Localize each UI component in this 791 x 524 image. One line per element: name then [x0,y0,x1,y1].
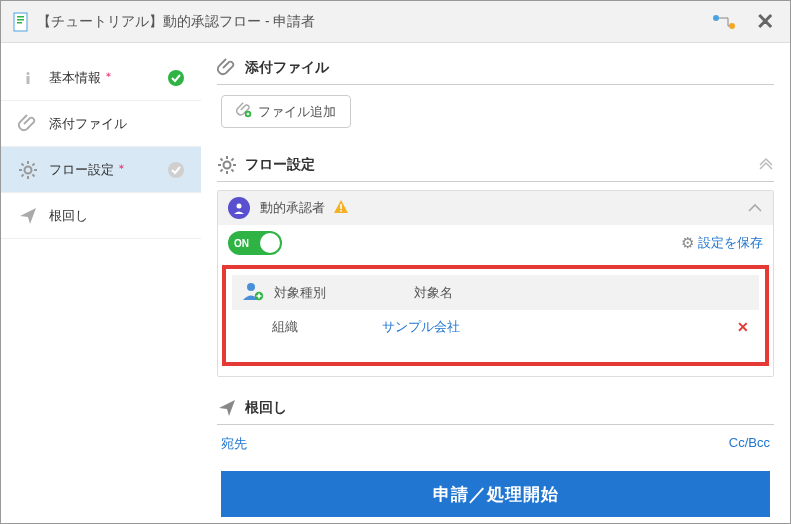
ccbcc-link[interactable]: Cc/Bcc [729,435,770,453]
svg-rect-6 [27,72,30,75]
sidebar-item-nemawashi[interactable]: 根回し [1,193,201,239]
app-window: 【チュートリアル】動的承認フロー - 申請者 ✕ 基本情報＊ 添付ファイル フロ… [0,0,791,524]
approver-icon [228,197,250,219]
paperclip-add-icon [236,102,252,121]
document-icon [13,12,29,32]
svg-point-4 [713,15,719,21]
required-mark: ＊ [103,70,114,82]
section-title: 根回し [245,399,287,417]
close-icon[interactable]: ✕ [752,5,778,39]
titlebar: 【チュートリアル】動的承認フロー - 申請者 ✕ [1,1,790,43]
section-title: フロー設定 [245,156,315,174]
gear-icon [17,159,39,181]
sidebar-item-label: 基本情報 [49,70,101,85]
chevron-up-icon[interactable] [747,201,763,216]
paperclip-icon [217,58,237,78]
col-target-name: 対象名 [414,284,749,302]
add-user-icon[interactable] [242,281,264,304]
svg-point-9 [25,166,32,173]
target-type-value: 組織 [272,318,382,336]
svg-rect-7 [27,76,30,84]
approver-toggle[interactable]: ON [228,231,282,255]
delete-row-icon[interactable]: ✕ [737,319,749,335]
sidebar-item-basic-info[interactable]: 基本情報＊ [1,55,201,101]
section-flow-header: フロー設定 [217,148,774,182]
submit-button[interactable]: 申請／処理開始 [221,471,770,517]
svg-rect-3 [17,22,22,24]
svg-point-5 [729,23,735,29]
dynamic-approver-panel: 動的承認者 ON ⚙ 設定を保存 対象種別 対象名 [217,190,774,377]
collapse-icon[interactable] [758,156,774,173]
gear-icon: ⚙ [681,234,694,252]
sidebar-item-attachments[interactable]: 添付ファイル [1,101,201,147]
gear-icon [217,155,237,175]
check-icon [167,69,185,87]
section-attachments-header: 添付ファイル [217,51,774,85]
paperclip-icon [17,113,39,135]
svg-line-27 [221,169,223,171]
svg-line-25 [221,158,223,160]
workflow-icon[interactable] [712,14,736,30]
section-nemawashi-header: 根回し [217,391,774,425]
svg-point-32 [247,283,255,291]
approver-panel-header[interactable]: 動的承認者 [218,191,773,225]
approver-label: 動的承認者 [260,199,325,217]
svg-line-15 [32,174,34,176]
svg-point-20 [224,161,231,168]
svg-line-28 [231,158,233,160]
svg-line-17 [32,163,34,165]
sidebar-item-label: 添付ファイル [49,115,185,133]
sidebar-item-label: 根回し [49,207,185,225]
svg-line-14 [22,163,24,165]
svg-point-29 [237,204,242,209]
svg-point-8 [168,70,184,86]
svg-rect-1 [17,16,24,18]
highlighted-target-area: 対象種別 対象名 組織 サンプル会社 ✕ [222,265,769,366]
window-title: 【チュートリアル】動的承認フロー - 申請者 [37,13,712,31]
section-title: 添付ファイル [245,59,329,77]
target-row: 組織 サンプル会社 ✕ [232,310,759,338]
recipient-link[interactable]: 宛先 [221,435,247,453]
svg-line-26 [231,169,233,171]
check-pending-icon [167,161,185,179]
warning-icon [333,199,349,218]
sidebar-item-label: フロー設定 [49,162,114,177]
sidebar-item-flow-settings[interactable]: フロー設定＊ [1,147,201,193]
nemawashi-body: 宛先 Cc/Bcc [217,425,774,463]
svg-rect-2 [17,19,24,21]
svg-rect-30 [340,204,342,209]
send-icon [217,398,237,418]
main-content: 添付ファイル ファイル追加 フロー設定 動的承認者 [201,43,790,523]
info-icon [17,67,39,89]
target-table-header: 対象種別 対象名 [232,275,759,310]
svg-line-16 [22,174,24,176]
required-mark: ＊ [116,162,127,174]
add-file-button[interactable]: ファイル追加 [221,95,351,128]
add-file-label: ファイル追加 [258,103,336,121]
col-target-type: 対象種別 [274,284,414,302]
save-settings-link[interactable]: ⚙ 設定を保存 [681,234,763,252]
svg-point-18 [168,162,184,178]
send-icon [17,205,39,227]
svg-rect-31 [340,210,342,212]
sidebar: 基本情報＊ 添付ファイル フロー設定＊ 根回し [1,43,201,523]
target-name-link[interactable]: サンプル会社 [382,318,737,336]
